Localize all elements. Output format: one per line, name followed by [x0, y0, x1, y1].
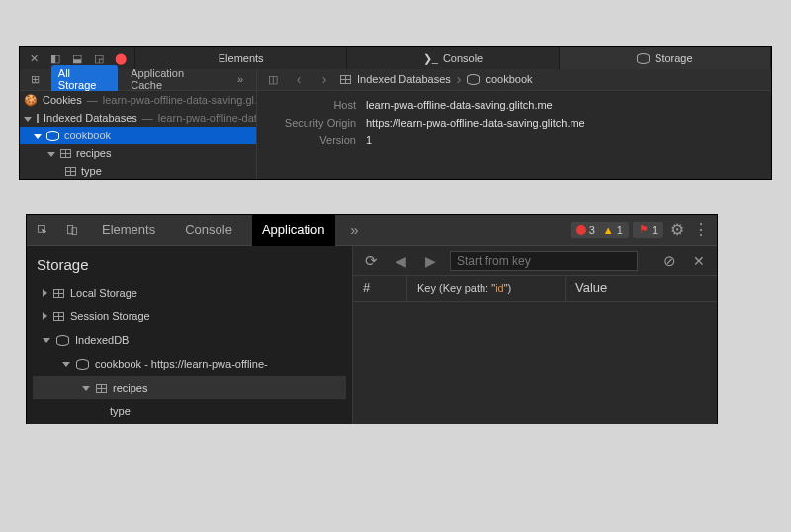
- nav-forward-icon[interactable]: ›: [314, 69, 334, 89]
- tree-db-cookbook[interactable]: cookbook: [20, 127, 256, 144]
- delete-icon[interactable]: ✕: [689, 251, 709, 271]
- tab-application[interactable]: Application: [252, 215, 335, 246]
- settings-icon[interactable]: ⚙: [667, 221, 687, 240]
- more-filters-icon[interactable]: »: [230, 69, 250, 89]
- breadcrumb-idb[interactable]: Indexed Databases: [357, 73, 451, 85]
- nav-back-icon[interactable]: ‹: [289, 69, 308, 89]
- table-icon: [60, 149, 71, 158]
- filter-icon[interactable]: ⊞: [26, 69, 45, 89]
- sidebar-session-storage[interactable]: Session Storage: [33, 305, 346, 328]
- inspect-icon[interactable]: [33, 221, 52, 240]
- safari-devtools: ✕ ◧ ⬓ ◲ ⬤ Elements ❯_Console Storage ⊞ A…: [19, 46, 772, 180]
- sidebar-db-cookbook[interactable]: cookbook - https://learn-pwa-offline-: [33, 352, 346, 376]
- refresh-icon[interactable]: ⟳: [361, 251, 381, 271]
- tab-console[interactable]: ❯_Console: [347, 47, 559, 69]
- database-icon: [76, 359, 89, 370]
- error-icon: [576, 225, 586, 235]
- chrome-devtools: Elements Console Application » 3▲1 ⚑1 ⚙ …: [26, 214, 718, 424]
- safari-storage-tree: 🍪Cookies — learn-pwa-offline-data-saving…: [20, 91, 257, 179]
- start-key-input[interactable]: [450, 251, 638, 271]
- folder-icon: [37, 114, 39, 123]
- tree-idb-group[interactable]: Indexed Databases — learn-pwa-offline-da…: [20, 109, 256, 127]
- database-icon: [46, 131, 59, 141]
- flag-icon: ⚑: [639, 223, 649, 236]
- issues-badge[interactable]: ⚑1: [633, 222, 663, 238]
- tab-storage[interactable]: Storage: [560, 47, 771, 69]
- tab-label: Elements: [219, 52, 264, 64]
- table-icon: [65, 167, 76, 176]
- warning-icon: ▲: [603, 224, 614, 236]
- sidebar-local-storage[interactable]: Local Storage: [33, 281, 346, 305]
- sidebar-store-recipes[interactable]: recipes: [33, 376, 346, 399]
- object-store-toolbar: ⟳ ◀ ▶ ⊘ ✕: [353, 246, 717, 276]
- tree-store-recipes[interactable]: recipes: [20, 144, 256, 162]
- next-page-icon[interactable]: ▶: [420, 251, 440, 271]
- more-tabs-icon[interactable]: »: [345, 221, 365, 240]
- label-security-origin: Security Origin: [267, 117, 366, 134]
- label-host: Host: [267, 99, 366, 117]
- console-icon: ❯_: [423, 52, 438, 65]
- error-badge[interactable]: 3▲1: [571, 222, 629, 238]
- value-host: learn-pwa-offline-data-saving.glitch.me: [366, 99, 553, 117]
- database-icon: [467, 74, 480, 85]
- sidebar-heading: Storage: [37, 256, 342, 273]
- tree-cookies[interactable]: 🍪Cookies — learn-pwa-offline-data-saving…: [20, 91, 256, 109]
- safari-subheader: ⊞ All Storage Application Cache » ◫ ‹ › …: [20, 69, 771, 91]
- storage-icon: [53, 312, 64, 321]
- value-version: 1: [366, 134, 372, 152]
- chrome-tab-strip: Elements Console Application » 3▲1 ⚑1 ⚙ …: [27, 215, 717, 246]
- tree-index-type[interactable]: type: [20, 162, 256, 179]
- sidebar-index-type[interactable]: type: [33, 399, 346, 423]
- storage-icon: [53, 289, 64, 298]
- sidebar-indexeddb[interactable]: IndexedDB: [33, 328, 346, 352]
- filter-all-storage[interactable]: All Storage: [51, 65, 118, 93]
- data-table-header: # Key (Key path: "id") Value: [353, 276, 717, 302]
- close-icon[interactable]: ✕: [24, 48, 44, 68]
- kebab-menu-icon[interactable]: ⋮: [691, 221, 711, 240]
- clear-store-icon[interactable]: ⊘: [659, 251, 679, 271]
- safari-detail-pane: Hostlearn-pwa-offline-data-saving.glitch…: [257, 91, 771, 179]
- label-version: Version: [267, 134, 366, 152]
- breadcrumb: Indexed Databases › cookbook: [340, 71, 533, 87]
- sidebar-toggle-icon[interactable]: ◫: [263, 69, 283, 89]
- chrome-main-pane: ⟳ ◀ ▶ ⊘ ✕ # Key (Key path: "id") Value: [353, 246, 717, 424]
- tab-label: Storage: [655, 52, 693, 64]
- prev-page-icon[interactable]: ◀: [391, 251, 410, 271]
- chrome-sidebar: Storage Local Storage Session Storage In…: [27, 246, 353, 424]
- tab-console[interactable]: Console: [175, 215, 242, 246]
- filter-app-cache[interactable]: Application Cache: [124, 65, 224, 93]
- breadcrumb-db[interactable]: cookbook: [485, 73, 532, 85]
- database-icon: [56, 335, 69, 346]
- folder-icon: [340, 75, 351, 84]
- tab-elements[interactable]: Elements: [92, 215, 165, 246]
- value-security-origin: https://learn-pwa-offline-data-saving.gl…: [366, 117, 585, 134]
- col-key[interactable]: Key (Key path: "id"): [407, 276, 566, 301]
- tab-label: Console: [443, 52, 483, 64]
- col-index[interactable]: #: [353, 276, 407, 301]
- col-value[interactable]: Value: [566, 276, 717, 301]
- table-icon: [96, 384, 107, 393]
- storage-icon: [637, 53, 650, 64]
- chevron-right-icon: ›: [457, 71, 462, 87]
- device-toggle-icon[interactable]: [62, 221, 82, 240]
